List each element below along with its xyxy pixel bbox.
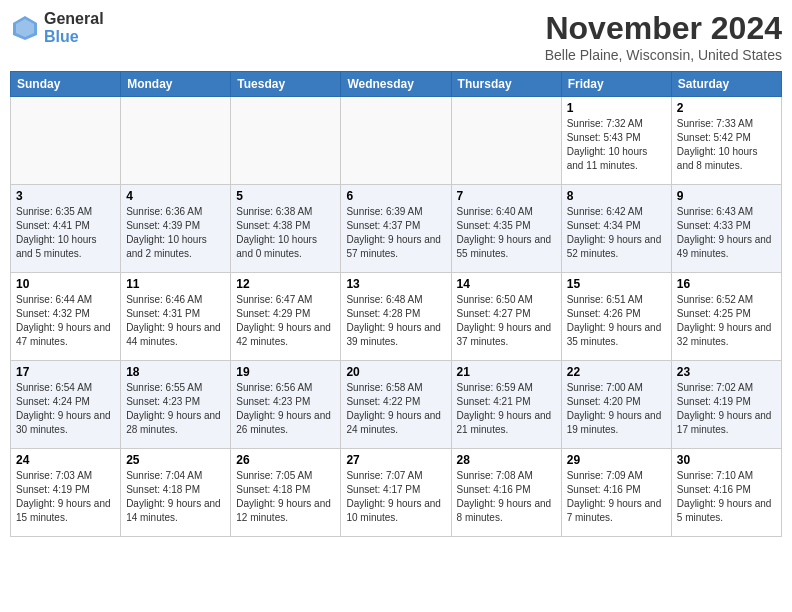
calendar-day: 9Sunrise: 6:43 AM Sunset: 4:33 PM Daylig… [671, 185, 781, 273]
day-number: 7 [457, 189, 556, 203]
calendar-day: 23Sunrise: 7:02 AM Sunset: 4:19 PM Dayli… [671, 361, 781, 449]
day-header-thursday: Thursday [451, 72, 561, 97]
day-info: Sunrise: 7:04 AM Sunset: 4:18 PM Dayligh… [126, 469, 225, 525]
day-info: Sunrise: 7:07 AM Sunset: 4:17 PM Dayligh… [346, 469, 445, 525]
calendar-day: 28Sunrise: 7:08 AM Sunset: 4:16 PM Dayli… [451, 449, 561, 537]
calendar-day: 30Sunrise: 7:10 AM Sunset: 4:16 PM Dayli… [671, 449, 781, 537]
title-block: November 2024 Belle Plaine, Wisconsin, U… [545, 10, 782, 63]
day-number: 16 [677, 277, 776, 291]
day-info: Sunrise: 6:58 AM Sunset: 4:22 PM Dayligh… [346, 381, 445, 437]
day-info: Sunrise: 7:33 AM Sunset: 5:42 PM Dayligh… [677, 117, 776, 173]
day-info: Sunrise: 6:59 AM Sunset: 4:21 PM Dayligh… [457, 381, 556, 437]
calendar-day: 1Sunrise: 7:32 AM Sunset: 5:43 PM Daylig… [561, 97, 671, 185]
day-info: Sunrise: 6:55 AM Sunset: 4:23 PM Dayligh… [126, 381, 225, 437]
calendar-day: 29Sunrise: 7:09 AM Sunset: 4:16 PM Dayli… [561, 449, 671, 537]
day-number: 30 [677, 453, 776, 467]
day-info: Sunrise: 6:54 AM Sunset: 4:24 PM Dayligh… [16, 381, 115, 437]
day-info: Sunrise: 6:42 AM Sunset: 4:34 PM Dayligh… [567, 205, 666, 261]
day-number: 23 [677, 365, 776, 379]
calendar-day: 8Sunrise: 6:42 AM Sunset: 4:34 PM Daylig… [561, 185, 671, 273]
calendar-day [11, 97, 121, 185]
day-info: Sunrise: 7:00 AM Sunset: 4:20 PM Dayligh… [567, 381, 666, 437]
day-header-sunday: Sunday [11, 72, 121, 97]
calendar-day: 21Sunrise: 6:59 AM Sunset: 4:21 PM Dayli… [451, 361, 561, 449]
day-number: 20 [346, 365, 445, 379]
calendar-day: 25Sunrise: 7:04 AM Sunset: 4:18 PM Dayli… [121, 449, 231, 537]
day-info: Sunrise: 6:44 AM Sunset: 4:32 PM Dayligh… [16, 293, 115, 349]
day-number: 28 [457, 453, 556, 467]
calendar-week-row: 3Sunrise: 6:35 AM Sunset: 4:41 PM Daylig… [11, 185, 782, 273]
day-number: 14 [457, 277, 556, 291]
day-info: Sunrise: 6:47 AM Sunset: 4:29 PM Dayligh… [236, 293, 335, 349]
day-number: 6 [346, 189, 445, 203]
calendar-day: 4Sunrise: 6:36 AM Sunset: 4:39 PM Daylig… [121, 185, 231, 273]
day-header-wednesday: Wednesday [341, 72, 451, 97]
day-info: Sunrise: 6:48 AM Sunset: 4:28 PM Dayligh… [346, 293, 445, 349]
calendar-day: 5Sunrise: 6:38 AM Sunset: 4:38 PM Daylig… [231, 185, 341, 273]
day-number: 9 [677, 189, 776, 203]
day-number: 18 [126, 365, 225, 379]
calendar-day [451, 97, 561, 185]
day-number: 8 [567, 189, 666, 203]
day-info: Sunrise: 7:02 AM Sunset: 4:19 PM Dayligh… [677, 381, 776, 437]
page-header: General Blue November 2024 Belle Plaine,… [10, 10, 782, 63]
day-header-monday: Monday [121, 72, 231, 97]
day-info: Sunrise: 7:10 AM Sunset: 4:16 PM Dayligh… [677, 469, 776, 525]
calendar-day: 19Sunrise: 6:56 AM Sunset: 4:23 PM Dayli… [231, 361, 341, 449]
day-number: 19 [236, 365, 335, 379]
calendar-day: 11Sunrise: 6:46 AM Sunset: 4:31 PM Dayli… [121, 273, 231, 361]
day-number: 13 [346, 277, 445, 291]
calendar-day: 27Sunrise: 7:07 AM Sunset: 4:17 PM Dayli… [341, 449, 451, 537]
calendar-week-row: 17Sunrise: 6:54 AM Sunset: 4:24 PM Dayli… [11, 361, 782, 449]
day-number: 17 [16, 365, 115, 379]
day-number: 1 [567, 101, 666, 115]
location: Belle Plaine, Wisconsin, United States [545, 47, 782, 63]
calendar-day: 17Sunrise: 6:54 AM Sunset: 4:24 PM Dayli… [11, 361, 121, 449]
day-number: 24 [16, 453, 115, 467]
calendar-day: 26Sunrise: 7:05 AM Sunset: 4:18 PM Dayli… [231, 449, 341, 537]
calendar-day: 7Sunrise: 6:40 AM Sunset: 4:35 PM Daylig… [451, 185, 561, 273]
calendar-day: 16Sunrise: 6:52 AM Sunset: 4:25 PM Dayli… [671, 273, 781, 361]
calendar-day [231, 97, 341, 185]
day-number: 4 [126, 189, 225, 203]
day-number: 25 [126, 453, 225, 467]
calendar-day: 18Sunrise: 6:55 AM Sunset: 4:23 PM Dayli… [121, 361, 231, 449]
day-header-saturday: Saturday [671, 72, 781, 97]
day-number: 11 [126, 277, 225, 291]
day-header-tuesday: Tuesday [231, 72, 341, 97]
day-info: Sunrise: 6:52 AM Sunset: 4:25 PM Dayligh… [677, 293, 776, 349]
calendar-day: 2Sunrise: 7:33 AM Sunset: 5:42 PM Daylig… [671, 97, 781, 185]
day-header-friday: Friday [561, 72, 671, 97]
calendar-day: 3Sunrise: 6:35 AM Sunset: 4:41 PM Daylig… [11, 185, 121, 273]
logo-icon [10, 13, 40, 43]
month-title: November 2024 [545, 10, 782, 47]
logo-text: General Blue [44, 10, 104, 45]
day-number: 5 [236, 189, 335, 203]
calendar-day: 6Sunrise: 6:39 AM Sunset: 4:37 PM Daylig… [341, 185, 451, 273]
calendar-table: SundayMondayTuesdayWednesdayThursdayFrid… [10, 71, 782, 537]
day-number: 12 [236, 277, 335, 291]
calendar-header-row: SundayMondayTuesdayWednesdayThursdayFrid… [11, 72, 782, 97]
calendar-day: 10Sunrise: 6:44 AM Sunset: 4:32 PM Dayli… [11, 273, 121, 361]
day-info: Sunrise: 6:38 AM Sunset: 4:38 PM Dayligh… [236, 205, 335, 261]
day-number: 3 [16, 189, 115, 203]
day-info: Sunrise: 7:08 AM Sunset: 4:16 PM Dayligh… [457, 469, 556, 525]
calendar-day: 13Sunrise: 6:48 AM Sunset: 4:28 PM Dayli… [341, 273, 451, 361]
calendar-day [121, 97, 231, 185]
calendar-day: 15Sunrise: 6:51 AM Sunset: 4:26 PM Dayli… [561, 273, 671, 361]
day-number: 26 [236, 453, 335, 467]
day-info: Sunrise: 6:36 AM Sunset: 4:39 PM Dayligh… [126, 205, 225, 261]
day-number: 22 [567, 365, 666, 379]
day-number: 29 [567, 453, 666, 467]
logo: General Blue [10, 10, 104, 45]
day-info: Sunrise: 6:56 AM Sunset: 4:23 PM Dayligh… [236, 381, 335, 437]
calendar-day: 14Sunrise: 6:50 AM Sunset: 4:27 PM Dayli… [451, 273, 561, 361]
day-info: Sunrise: 7:32 AM Sunset: 5:43 PM Dayligh… [567, 117, 666, 173]
day-info: Sunrise: 6:46 AM Sunset: 4:31 PM Dayligh… [126, 293, 225, 349]
calendar-day: 22Sunrise: 7:00 AM Sunset: 4:20 PM Dayli… [561, 361, 671, 449]
calendar-day [341, 97, 451, 185]
day-number: 21 [457, 365, 556, 379]
day-info: Sunrise: 6:50 AM Sunset: 4:27 PM Dayligh… [457, 293, 556, 349]
day-info: Sunrise: 6:39 AM Sunset: 4:37 PM Dayligh… [346, 205, 445, 261]
day-number: 2 [677, 101, 776, 115]
